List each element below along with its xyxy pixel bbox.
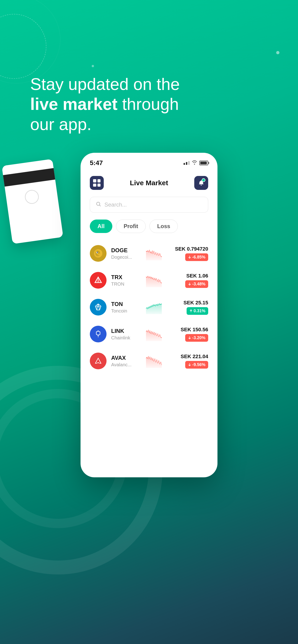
avax-info: AVAX Avalanc...: [111, 355, 141, 368]
battery-icon: [199, 161, 208, 165]
status-time: 5:47: [90, 159, 103, 167]
card-behind: [2, 159, 63, 244]
grid-cell-3: [93, 184, 96, 187]
svg-marker-20: [146, 304, 162, 314]
filter-tab-all[interactable]: All: [90, 220, 112, 233]
signal-dots: [184, 161, 190, 165]
link-name: Chainlink: [111, 335, 141, 340]
coin-item-trx[interactable]: TRX TRON: [81, 267, 217, 294]
svg-marker-30: [146, 356, 162, 368]
svg-point-15: [93, 302, 104, 313]
search-placeholder: Search...: [104, 202, 127, 208]
status-icons: [184, 160, 208, 166]
phone-section: 5:47: [0, 153, 298, 500]
avax-price-info: SEK 221.04 -9.56%: [166, 354, 208, 368]
hero-line1: Stay updated on the: [30, 75, 180, 94]
hero-section: Stay updated on the live market through …: [0, 0, 298, 153]
link-change: -3.20%: [185, 334, 208, 342]
avax-name: Avalanc...: [111, 362, 141, 368]
avax-change: -9.56%: [185, 361, 208, 368]
hero-line3: our app.: [30, 115, 91, 134]
battery-fill: [200, 162, 207, 164]
ton-price-info: SEK 25.15 0.31%: [166, 300, 208, 315]
ton-change: 0.31%: [187, 307, 208, 315]
doge-change: -6.85%: [185, 254, 208, 261]
doge-logo: [90, 245, 107, 262]
search-icon: [96, 201, 101, 208]
svg-line-1: [100, 205, 101, 206]
coin-item-doge[interactable]: DOGE Dogecoi...: [81, 240, 217, 267]
filter-tabs: All Profit Loss: [81, 217, 217, 238]
grid-cell-2: [98, 179, 101, 182]
grid-icon[interactable]: [90, 176, 104, 190]
doge-info: DOGE Dogecoi...: [111, 247, 141, 260]
trx-change: -3.48%: [185, 280, 208, 288]
doge-price: SEK 0.794720: [166, 246, 208, 252]
link-info: LINK Chainlink: [111, 328, 141, 340]
trx-name: TRON: [111, 282, 141, 287]
ton-chart: [146, 300, 162, 314]
coin-item-ton[interactable]: TON Toncoin: [81, 294, 217, 320]
link-price-info: SEK 150.56 -3.20%: [166, 327, 208, 342]
avax-price: SEK 221.04: [166, 354, 208, 360]
svg-marker-14: [146, 276, 162, 287]
filter-tab-profit[interactable]: Profit: [116, 220, 146, 233]
avax-chart: [146, 354, 162, 368]
signal-dot-1: [184, 163, 185, 165]
app-header: Live Market: [81, 169, 217, 194]
trx-price: SEK 1.06: [166, 273, 208, 279]
avax-logo: [90, 352, 107, 369]
coin-item-link[interactable]: LINK Chainlink: [81, 320, 217, 348]
wifi-icon: [191, 160, 197, 166]
doge-price-info: SEK 0.794720 -6.85%: [166, 246, 208, 261]
svg-point-6: [97, 252, 98, 253]
trx-symbol: TRX: [111, 274, 141, 280]
ton-info: TON Toncoin: [111, 301, 141, 314]
trx-logo: [90, 272, 107, 288]
trx-price-info: SEK 1.06 -3.48%: [166, 273, 208, 288]
ton-logo: [90, 299, 107, 316]
phone-frame: 5:47: [81, 153, 217, 477]
link-symbol: LINK: [111, 328, 141, 334]
doge-chart: [146, 246, 162, 260]
svg-point-4: [95, 250, 100, 256]
status-bar: 5:47: [81, 153, 217, 169]
coin-item-avax[interactable]: AVAX Avalanc...: [81, 348, 217, 374]
ton-price: SEK 25.15: [166, 300, 208, 306]
app-title: Live Market: [130, 179, 168, 187]
link-logo: [90, 326, 107, 342]
trx-info: TRX TRON: [111, 274, 141, 287]
notification-button[interactable]: [194, 176, 208, 190]
card-strip: [3, 168, 55, 186]
trx-chart: [146, 273, 162, 287]
ton-name: Toncoin: [111, 308, 141, 314]
filter-tab-loss[interactable]: Loss: [149, 220, 178, 233]
signal-dot-3: [188, 161, 190, 165]
hero-bold: live market: [30, 95, 117, 113]
link-chart: [146, 327, 162, 341]
svg-point-26: [93, 356, 104, 366]
grid-cell-4: [98, 184, 101, 187]
doge-name: Dogecoi...: [111, 254, 141, 260]
ton-symbol: TON: [111, 301, 141, 308]
avax-symbol: AVAX: [111, 355, 141, 361]
svg-point-21: [93, 328, 104, 340]
hero-text: Stay updated on the live market through …: [30, 74, 268, 134]
coin-list: DOGE Dogecoi...: [81, 238, 217, 377]
signal-dot-2: [186, 162, 187, 165]
card-dot: [24, 189, 40, 205]
grid-cell-1: [93, 179, 96, 182]
link-price: SEK 150.56: [166, 327, 208, 333]
doge-symbol: DOGE: [111, 247, 141, 254]
svg-marker-8: [146, 250, 162, 260]
search-bar[interactable]: Search...: [90, 197, 208, 212]
